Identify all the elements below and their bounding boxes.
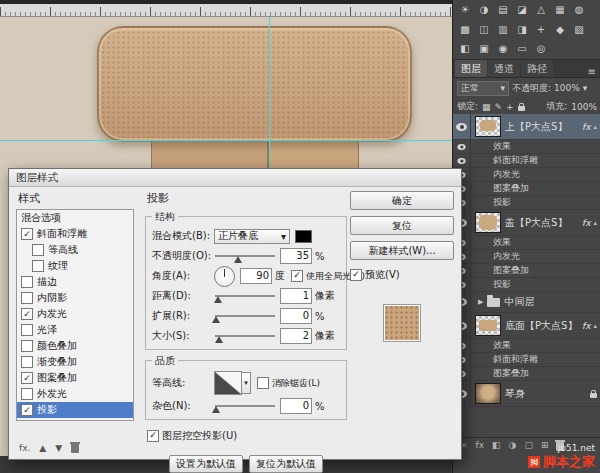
collapse-effects-icon[interactable]: ▴ [593, 322, 597, 330]
panel-footer-icon[interactable]: fx [476, 440, 485, 450]
panel-icon[interactable]: ▩ [458, 23, 472, 37]
collapse-effects-icon[interactable]: ▴ [593, 219, 597, 227]
contour-thumbnail[interactable] [214, 371, 242, 395]
layer-row[interactable]: 盖【P大点S】fx▴ [453, 210, 600, 236]
slider-thumb[interactable] [234, 256, 242, 263]
effect-row[interactable]: 图案叠加 [453, 182, 600, 196]
panel-icon[interactable]: ▣ [477, 42, 491, 56]
collapse-effects-icon[interactable]: ▴ [593, 123, 597, 131]
antialias-checkbox[interactable] [257, 377, 269, 389]
style-checkbox[interactable] [21, 388, 33, 400]
slider-thumb[interactable] [214, 296, 222, 303]
panel-icon[interactable]: ◎ [534, 42, 548, 56]
style-checkbox[interactable]: ✓ [21, 308, 33, 320]
dialog-title[interactable]: 图层样式 [9, 169, 461, 187]
effect-row[interactable]: 图案叠加 [453, 367, 600, 381]
visibility-toggle[interactable] [453, 114, 471, 139]
move-effect-down-button[interactable]: ▼ [55, 443, 62, 453]
style-item[interactable]: 光泽 [17, 322, 133, 338]
effect-row[interactable]: 投影 [453, 196, 600, 210]
effect-row[interactable]: 斜面和浮雕 [453, 353, 600, 367]
style-item[interactable]: 混合选项 [17, 210, 133, 226]
noise-input[interactable]: 0 [280, 398, 312, 414]
move-effect-up-button[interactable]: ▲ [39, 443, 46, 453]
make-default-button[interactable]: 设置为默认值 [169, 455, 243, 473]
tab-paths[interactable]: 路径 [521, 60, 553, 77]
tab-channels[interactable]: 通道 [488, 60, 520, 77]
panel-icon[interactable]: ◨ [515, 23, 529, 37]
panel-icon[interactable]: ◆ [553, 23, 567, 37]
style-item[interactable]: 外发光 [17, 386, 133, 402]
spread-input[interactable]: 0 [280, 308, 312, 324]
panel-icon[interactable]: △ [534, 3, 548, 17]
effect-row[interactable]: 效果 [453, 140, 600, 154]
style-checkbox[interactable] [21, 276, 33, 288]
style-item[interactable]: 内阴影 [17, 290, 133, 306]
style-checkbox[interactable]: ✓ [21, 228, 33, 240]
style-checkbox[interactable] [21, 292, 33, 304]
effect-row[interactable]: 斜面和浮雕 [453, 154, 600, 168]
knockout-checkbox[interactable]: ✓ [147, 430, 159, 442]
panel-icon[interactable]: ☀ [458, 3, 472, 17]
reset-default-button[interactable]: 复位为默认值 [249, 455, 323, 473]
layer-thumbnail[interactable] [475, 315, 501, 336]
shadow-color-swatch[interactable] [295, 230, 312, 243]
panel-footer-icon[interactable]: ◑ [509, 440, 517, 450]
panel-icon[interactable]: ◪ [515, 3, 529, 17]
lock-option-icon[interactable]: + [506, 102, 514, 112]
reset-button[interactable]: 复位 [350, 216, 454, 235]
layer-row[interactable]: 底面【P大点S】fx▴ [453, 313, 600, 339]
panel-icon[interactable]: ▤ [496, 3, 510, 17]
layer-blend-mode-select[interactable]: 正常 ▾ [457, 81, 509, 96]
effect-row[interactable]: 效果 [453, 339, 600, 353]
tab-layers[interactable]: 图层 [455, 60, 487, 77]
style-item[interactable]: 渐变叠加 [17, 354, 133, 370]
noise-slider[interactable] [215, 405, 275, 407]
slider-thumb[interactable] [212, 406, 220, 413]
size-input[interactable]: 2 [280, 328, 312, 344]
contour-picker-arrow[interactable]: ▾ [242, 372, 251, 394]
lock-all-icon[interactable] [518, 106, 525, 111]
style-checkbox[interactable] [21, 324, 33, 336]
style-checkbox[interactable] [21, 340, 33, 352]
style-checkbox[interactable] [21, 356, 33, 368]
group-row[interactable]: ▶中间层 [453, 292, 600, 313]
style-item[interactable]: 描边 [17, 274, 133, 290]
lock-option-icon[interactable]: ▦ [482, 102, 491, 112]
delete-effect-button[interactable] [71, 444, 79, 453]
style-item[interactable]: 等高线 [17, 242, 133, 258]
distance-input[interactable]: 1 [280, 288, 312, 304]
new-style-button[interactable]: 新建样式(W)... [350, 241, 454, 260]
opacity-slider[interactable] [215, 255, 275, 257]
effect-row[interactable]: 图案叠加 [453, 264, 600, 278]
panel-icon[interactable]: + [534, 23, 548, 37]
style-checkbox[interactable] [32, 260, 44, 272]
style-checkbox[interactable]: ✓ [21, 404, 33, 416]
panel-icon[interactable]: ▭ [515, 42, 529, 56]
lock-option-icon[interactable]: ✎ [495, 102, 503, 112]
angle-dial[interactable] [214, 266, 235, 287]
effect-row[interactable]: 内发光 [453, 168, 600, 182]
ok-button[interactable]: 确定 [350, 191, 454, 210]
fill-value[interactable]: 100% [571, 102, 597, 112]
slider-thumb[interactable] [212, 316, 220, 323]
style-checkbox[interactable]: ✓ [21, 372, 33, 384]
layer-row[interactable]: 上【P大点S】fx▴ [453, 114, 600, 140]
spread-slider[interactable] [215, 315, 275, 317]
panel-footer-icon[interactable]: ◧ [492, 440, 501, 450]
style-item[interactable]: ✓图案叠加 [17, 370, 133, 386]
global-light-checkbox[interactable]: ✓ [291, 270, 303, 282]
layer-thumbnail[interactable] [475, 116, 501, 137]
blend-mode-select[interactable]: 正片叠底 ▾ [214, 229, 290, 244]
panel-icon[interactable]: ◉ [496, 42, 510, 56]
angle-input[interactable]: 90 [240, 268, 272, 284]
panel-icon[interactable]: ◧ [458, 42, 472, 56]
layer-row[interactable]: 琴身 [453, 381, 600, 407]
style-checkbox[interactable] [32, 244, 44, 256]
panel-icon[interactable]: ◑ [477, 3, 491, 17]
style-item[interactable]: 纹理 [17, 258, 133, 274]
layer-thumbnail[interactable] [475, 383, 501, 404]
panel-menu-icon[interactable]: ≡ [588, 66, 599, 77]
visibility-toggle[interactable] [453, 140, 471, 153]
layer-opacity-value[interactable]: 100% [554, 83, 580, 93]
